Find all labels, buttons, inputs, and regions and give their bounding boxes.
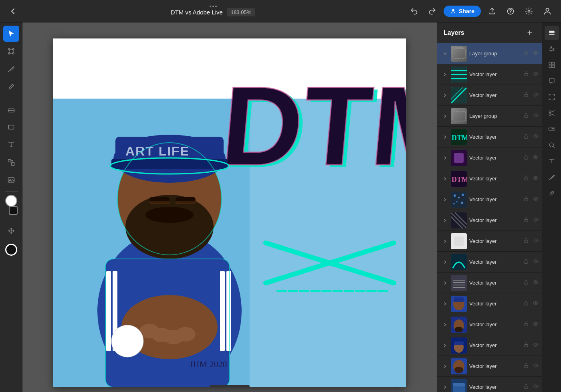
layer-item[interactable]: Vector layer — [437, 231, 542, 252]
layer-chevron[interactable] — [442, 93, 448, 97]
layer-visibility-icon[interactable] — [533, 300, 539, 307]
layer-chevron[interactable] — [442, 198, 448, 202]
settings-button[interactable] — [522, 4, 536, 18]
layer-item[interactable]: Vector layer — [437, 85, 542, 106]
layer-visibility-icon[interactable] — [533, 238, 539, 244]
layer-item[interactable]: Layer group — [437, 106, 542, 127]
layer-item[interactable]: DTM Vector layer — [437, 168, 542, 189]
layer-lock-icon[interactable] — [523, 238, 529, 244]
layer-chevron[interactable] — [442, 344, 448, 348]
transform-icon-btn[interactable] — [545, 90, 559, 104]
primary-color[interactable] — [5, 195, 17, 207]
layer-chevron[interactable] — [442, 135, 448, 139]
layer-visibility-icon[interactable] — [533, 175, 539, 182]
eraser-tool[interactable] — [3, 101, 19, 117]
pen-icon-btn[interactable] — [545, 170, 559, 184]
layer-lock-icon[interactable] — [523, 342, 529, 349]
layer-lock-icon[interactable] — [523, 175, 529, 182]
layer-chevron[interactable] — [442, 218, 448, 222]
help-button[interactable] — [503, 4, 518, 18]
layer-item[interactable]: DTM Vector layer — [437, 127, 542, 148]
layer-item[interactable]: Layer group — [437, 43, 542, 64]
layer-visibility-icon[interactable] — [533, 113, 539, 119]
comment-icon-btn[interactable] — [545, 74, 559, 88]
layer-chevron[interactable] — [442, 260, 448, 264]
layer-visibility-icon[interactable] — [533, 342, 539, 349]
redo-button[interactable] — [425, 4, 440, 18]
link-icon-btn[interactable] — [545, 186, 559, 200]
ruler-icon-btn[interactable] — [545, 122, 559, 136]
stroke-color[interactable] — [5, 244, 17, 256]
back-button[interactable] — [6, 5, 19, 18]
share-button[interactable]: Share — [444, 6, 481, 17]
layer-chevron[interactable] — [442, 114, 448, 118]
layer-item[interactable]: Vector layer — [437, 189, 542, 210]
text-tool[interactable] — [3, 137, 19, 153]
layer-lock-icon[interactable] — [523, 300, 529, 307]
layer-lock-icon[interactable] — [523, 259, 529, 265]
adjustments-icon-btn[interactable] — [545, 42, 559, 56]
layer-chevron[interactable] — [442, 364, 448, 368]
layer-lock-icon[interactable] — [523, 71, 529, 78]
move-tool[interactable] — [3, 223, 19, 239]
layer-lock-icon[interactable] — [523, 384, 529, 390]
layer-lock-icon[interactable] — [523, 133, 529, 140]
undo-button[interactable] — [407, 4, 421, 18]
image-tool[interactable] — [3, 172, 19, 188]
scissors-icon-btn[interactable] — [545, 106, 559, 120]
rectangle-tool[interactable] — [3, 119, 19, 135]
layer-chevron[interactable] — [442, 323, 448, 327]
layer-visibility-icon[interactable] — [533, 259, 539, 265]
layer-visibility-icon[interactable] — [533, 384, 539, 390]
node-select-tool[interactable] — [3, 43, 19, 59]
layer-visibility-icon[interactable] — [533, 71, 539, 78]
layer-lock-icon[interactable] — [523, 113, 529, 119]
layer-lock-icon[interactable] — [523, 321, 529, 328]
layer-chevron[interactable] — [442, 239, 448, 243]
layer-item[interactable]: Vector layer — [437, 210, 542, 231]
account-button[interactable] — [540, 4, 555, 18]
layer-visibility-icon[interactable] — [533, 154, 539, 161]
layer-chevron[interactable] — [442, 73, 448, 77]
zoom-level[interactable]: 183.05% — [227, 8, 255, 16]
layer-visibility-icon[interactable] — [533, 50, 539, 57]
layer-chevron[interactable] — [442, 177, 448, 181]
layer-visibility-icon[interactable] — [533, 133, 539, 140]
layer-item[interactable]: Vector layer — [437, 64, 542, 85]
pen-tool[interactable] — [3, 61, 19, 77]
layer-item[interactable]: Vector layer — [437, 314, 542, 335]
layer-item[interactable]: Vector layer — [437, 148, 542, 168]
layer-lock-icon[interactable] — [523, 92, 529, 99]
layer-lock-icon[interactable] — [523, 279, 529, 286]
layer-item[interactable]: Vector layer — [437, 377, 542, 392]
layer-chevron[interactable] — [442, 52, 448, 56]
layer-lock-icon[interactable] — [523, 217, 529, 224]
layer-visibility-icon[interactable] — [533, 363, 539, 370]
grid-icon-btn[interactable] — [545, 58, 559, 72]
layer-visibility-icon[interactable] — [533, 217, 539, 224]
transform-tool[interactable] — [3, 154, 19, 170]
layer-item[interactable]: Vector layer — [437, 252, 542, 273]
secondary-color[interactable] — [9, 206, 18, 215]
search-icon-btn[interactable] — [545, 138, 559, 152]
layer-lock-icon[interactable] — [523, 154, 529, 161]
layer-lock-icon[interactable] — [523, 50, 529, 57]
layer-chevron[interactable] — [442, 156, 448, 160]
layer-visibility-icon[interactable] — [533, 321, 539, 328]
layer-visibility-icon[interactable] — [533, 92, 539, 99]
canvas-area[interactable]: DTM DTM DTM — [22, 22, 437, 392]
export-button[interactable] — [485, 4, 499, 18]
layer-visibility-icon[interactable] — [533, 196, 539, 203]
layer-chevron[interactable] — [442, 385, 448, 389]
add-layer-button[interactable]: + — [524, 27, 535, 38]
layer-lock-icon[interactable] — [523, 196, 529, 203]
layer-item[interactable]: Vector layer — [437, 335, 542, 356]
layers-icon-btn[interactable] — [545, 26, 559, 40]
layer-chevron[interactable] — [442, 281, 448, 285]
layer-visibility-icon[interactable] — [533, 279, 539, 286]
layer-item[interactable]: Vector layer — [437, 356, 542, 377]
select-tool[interactable] — [3, 26, 19, 42]
layer-lock-icon[interactable] — [523, 363, 529, 370]
text-icon-btn[interactable] — [545, 154, 559, 168]
layer-item[interactable]: Vector layer — [437, 273, 542, 293]
